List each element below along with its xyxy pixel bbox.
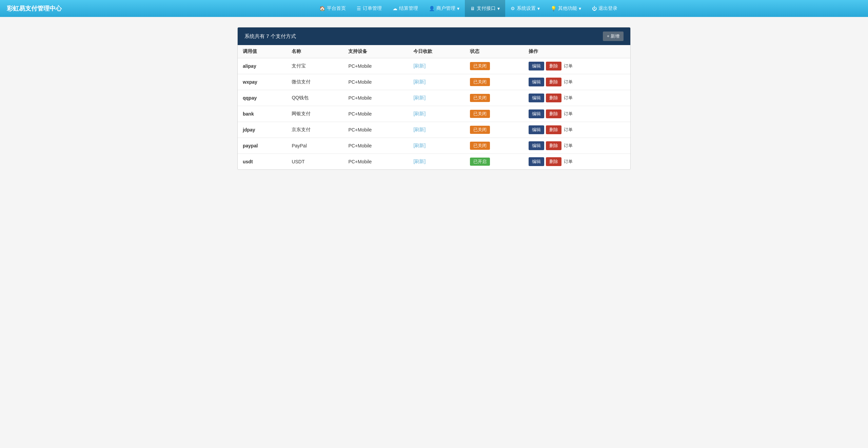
nav-item-orders[interactable]: ☰ 订单管理 (351, 0, 387, 17)
cell-today-1[interactable]: [刷新] (408, 74, 465, 90)
order-button-2[interactable]: 订单 (563, 95, 573, 101)
cell-name-0: 支付宝 (287, 58, 343, 74)
cell-today-6[interactable]: [刷新] (408, 154, 465, 170)
refresh-link-4[interactable]: [刷新] (413, 127, 426, 132)
cell-key-5: paypal (238, 138, 287, 154)
payment-icon: 🖥 (470, 6, 475, 11)
delete-button-4[interactable]: 删除 (546, 125, 561, 134)
nav-link-home[interactable]: 🏠 平台首页 (314, 0, 351, 17)
status-badge-2: 已关闭 (470, 94, 490, 102)
status-badge-5: 已关闭 (470, 142, 490, 150)
table-header: 系统共有 7 个支付方式 + 新增 (238, 27, 630, 45)
nav-label-merchant: 商户管理 (436, 5, 455, 12)
action-buttons-0: 编辑 删除 订单 (529, 62, 625, 70)
home-icon: 🏠 (319, 6, 325, 11)
refresh-link-2[interactable]: [刷新] (413, 95, 426, 100)
delete-button-6[interactable]: 删除 (546, 157, 561, 166)
cell-device-1: PC+Mobile (343, 74, 408, 90)
cell-action-1: 编辑 删除 订单 (524, 74, 630, 90)
nav-link-payment[interactable]: 🖥 支付接口 ▾ (465, 0, 505, 17)
edit-button-0[interactable]: 编辑 (529, 62, 544, 70)
cell-today-5[interactable]: [刷新] (408, 138, 465, 154)
cell-key-2: qqpay (238, 90, 287, 106)
nav-item-settings[interactable]: ⚙ 系统设置 ▾ (505, 0, 545, 17)
edit-button-5[interactable]: 编辑 (529, 141, 544, 150)
status-badge-3: 已关闭 (470, 110, 490, 118)
nav-menu: 🏠 平台首页 ☰ 订单管理 ☁ 结算管理 👤 商户管理 ▾ (75, 0, 861, 17)
nav-label-other: 其他功能 (558, 5, 577, 12)
cell-today-0[interactable]: [刷新] (408, 58, 465, 74)
delete-button-5[interactable]: 删除 (546, 141, 561, 150)
status-badge-4: 已关闭 (470, 126, 490, 134)
order-button-3[interactable]: 订单 (563, 111, 573, 117)
cell-today-4[interactable]: [刷新] (408, 122, 465, 138)
nav-item-payment[interactable]: 🖥 支付接口 ▾ (465, 0, 505, 17)
cell-status-5: 已关闭 (465, 138, 524, 154)
nav-item-other[interactable]: 💡 其他功能 ▾ (545, 0, 587, 17)
cell-status-4: 已关闭 (465, 122, 524, 138)
nav-link-settlement[interactable]: ☁ 结算管理 (387, 0, 423, 17)
edit-button-3[interactable]: 编辑 (529, 109, 544, 118)
edit-button-4[interactable]: 编辑 (529, 125, 544, 134)
settings-icon: ⚙ (511, 6, 515, 11)
table-row: paypal PayPal PC+Mobile [刷新] 已关闭 编辑 删除 订… (238, 138, 630, 154)
table-row: usdt USDT PC+Mobile [刷新] 已开启 编辑 删除 订单 (238, 154, 630, 170)
delete-button-1[interactable]: 删除 (546, 78, 561, 86)
cell-device-0: PC+Mobile (343, 58, 408, 74)
nav-link-orders[interactable]: ☰ 订单管理 (351, 0, 387, 17)
order-button-1[interactable]: 订单 (563, 79, 573, 85)
cell-device-5: PC+Mobile (343, 138, 408, 154)
nav-label-payment: 支付接口 (477, 5, 496, 12)
order-button-0[interactable]: 订单 (563, 63, 573, 69)
col-header-today: 今日收款 (408, 45, 465, 58)
table-row: alipay 支付宝 PC+Mobile [刷新] 已关闭 编辑 删除 订单 (238, 58, 630, 74)
edit-button-2[interactable]: 编辑 (529, 94, 544, 102)
refresh-link-1[interactable]: [刷新] (413, 79, 426, 84)
order-button-5[interactable]: 订单 (563, 143, 573, 149)
order-button-6[interactable]: 订单 (563, 159, 573, 165)
edit-button-6[interactable]: 编辑 (529, 157, 544, 166)
nav-item-logout[interactable]: ⏻ 退出登录 (587, 0, 623, 17)
nav-item-settlement[interactable]: ☁ 结算管理 (387, 0, 423, 17)
nav-link-settings[interactable]: ⚙ 系统设置 ▾ (505, 0, 545, 17)
order-button-4[interactable]: 订单 (563, 127, 573, 133)
table-row: bank 网银支付 PC+Mobile [刷新] 已关闭 编辑 删除 订单 (238, 106, 630, 122)
nav-label-logout: 退出登录 (598, 5, 617, 12)
payment-dropdown-icon: ▾ (497, 6, 500, 11)
cell-key-1: wxpay (238, 74, 287, 90)
cell-today-3[interactable]: [刷新] (408, 106, 465, 122)
delete-button-2[interactable]: 删除 (546, 94, 561, 102)
col-header-key: 调用值 (238, 45, 287, 58)
cell-action-3: 编辑 删除 订单 (524, 106, 630, 122)
status-badge-0: 已关闭 (470, 62, 490, 70)
refresh-link-6[interactable]: [刷新] (413, 159, 426, 164)
refresh-link-3[interactable]: [刷新] (413, 111, 426, 116)
nav-label-settings: 系统设置 (517, 5, 536, 12)
cell-name-1: 微信支付 (287, 74, 343, 90)
cell-key-6: usdt (238, 154, 287, 170)
action-buttons-6: 编辑 删除 订单 (529, 157, 625, 166)
nav-item-home[interactable]: 🏠 平台首页 (314, 0, 351, 17)
cell-status-6: 已开启 (465, 154, 524, 170)
settlement-icon: ☁ (393, 6, 397, 11)
cell-status-2: 已关闭 (465, 90, 524, 106)
edit-button-1[interactable]: 编辑 (529, 78, 544, 86)
action-buttons-1: 编辑 删除 订单 (529, 78, 625, 86)
nav-link-merchant[interactable]: 👤 商户管理 ▾ (423, 0, 465, 17)
delete-button-0[interactable]: 删除 (546, 62, 561, 70)
col-header-device: 支持设备 (343, 45, 408, 58)
refresh-link-5[interactable]: [刷新] (413, 143, 426, 148)
table-header-title: 系统共有 7 个支付方式 (244, 33, 296, 40)
add-button[interactable]: + 新增 (603, 32, 624, 41)
status-badge-6: 已开启 (470, 158, 490, 166)
nav-item-merchant[interactable]: 👤 商户管理 ▾ (423, 0, 465, 17)
nav-link-logout[interactable]: ⏻ 退出登录 (587, 0, 623, 17)
action-buttons-2: 编辑 删除 订单 (529, 94, 625, 102)
main-content: 系统共有 7 个支付方式 + 新增 调用值 名称 支持设备 今日收款 状态 操作… (231, 17, 637, 180)
refresh-link-0[interactable]: [刷新] (413, 63, 426, 68)
cell-today-2[interactable]: [刷新] (408, 90, 465, 106)
orders-icon: ☰ (357, 6, 361, 11)
nav-link-other[interactable]: 💡 其他功能 ▾ (545, 0, 587, 17)
delete-button-3[interactable]: 删除 (546, 109, 561, 118)
cell-device-6: PC+Mobile (343, 154, 408, 170)
